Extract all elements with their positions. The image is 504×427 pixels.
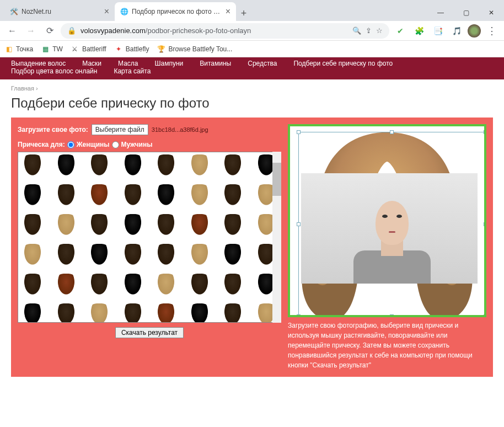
menu-button[interactable]: ⋮ <box>484 23 500 39</box>
site-nav: Выпадение волос Маски Масла Шампуни Вита… <box>0 57 504 79</box>
bookmark-item[interactable]: ⚔Battleriff <box>71 45 106 54</box>
back-button[interactable]: ← <box>4 23 20 39</box>
browser-titlebar: 🛠️ NozNet.ru × 🌐 Подбор причесок по фото… <box>0 0 504 21</box>
nav-link[interactable]: Подбери себе прическу по фото <box>293 60 393 67</box>
lock-icon: 🔒 <box>67 26 76 35</box>
bookmarks-bar: ◧Точка ▦TW ⚔Battleriff ✦Battlefly 🏆Brows… <box>0 41 504 57</box>
radio-male[interactable] <box>112 141 119 148</box>
right-column: Загрузите свою фотографию, выберите вид … <box>288 124 486 370</box>
nav-link[interactable]: Витамины <box>200 60 231 67</box>
nav-link[interactable]: Масла <box>118 60 138 67</box>
close-icon[interactable]: × <box>104 7 109 17</box>
scrollbar-thumb[interactable] <box>272 163 281 196</box>
tab-title: NozNet.ru <box>22 8 101 15</box>
gender-label: Прическа для: <box>18 141 65 148</box>
window-controls: — ▢ ✕ <box>428 4 504 21</box>
gender-row: Прическа для: Женщины Мужчины <box>18 141 281 148</box>
hair-grid-wrap <box>18 152 281 323</box>
tab-active[interactable]: 🌐 Подбор причесок по фото онла × <box>115 2 236 21</box>
breadcrumb-sep: › <box>36 85 38 92</box>
reload-button[interactable]: ⟳ <box>42 23 57 39</box>
main-panel: Загрузите свое фото: Выберите файл 31bc1… <box>11 118 493 377</box>
bookmark-item[interactable]: ✦Battlefly <box>114 45 149 54</box>
new-tab-button[interactable]: + <box>236 6 251 21</box>
nav-link[interactable]: Подбор цвета волос онлайн <box>11 67 97 75</box>
tab-strip: 🛠️ NozNet.ru × 🌐 Подбор причесок по фото… <box>0 2 251 21</box>
tab-title: Подбор причесок по фото онла <box>132 8 222 15</box>
search-icon[interactable]: 🔍 <box>352 26 361 35</box>
close-icon[interactable]: × <box>226 7 230 17</box>
bookmark-item[interactable]: ▦TW <box>41 45 63 54</box>
globe-icon: 🌐 <box>120 8 128 15</box>
radio-female[interactable] <box>67 141 74 148</box>
maximize-button[interactable]: ▢ <box>453 4 479 21</box>
instructions-text: Загрузите свою фотографию, выберите вид … <box>288 321 486 370</box>
grid-scrollbar[interactable] <box>272 152 281 323</box>
forward-button[interactable]: → <box>23 23 39 39</box>
close-window-button[interactable]: ✕ <box>479 4 504 21</box>
upload-row: Загрузите свое фото: Выберите файл 31bc1… <box>18 124 281 135</box>
nav-link[interactable]: Маски <box>82 60 101 67</box>
address-bar[interactable]: 🔒 volosvypadenie.com/podbor-prichesok-po… <box>61 23 389 39</box>
url-text: volosvypadenie.com/podbor-prichesok-po-f… <box>81 26 348 35</box>
filename-text: 31bc18d...a38f6d.jpg <box>152 126 208 133</box>
star-icon[interactable]: ☆ <box>376 26 383 35</box>
left-column: Загрузите свое фото: Выберите файл 31bc1… <box>18 124 281 370</box>
tab-inactive[interactable]: 🛠️ NozNet.ru × <box>4 2 115 21</box>
upload-label: Загрузите свое фото: <box>18 126 88 134</box>
tools-icon: 🛠️ <box>10 8 18 15</box>
preview-canvas[interactable] <box>288 124 486 317</box>
nav-link[interactable]: Шампуни <box>155 60 184 67</box>
bookmark-item[interactable]: ◧Точка <box>4 45 33 54</box>
breadcrumb-home[interactable]: Главная <box>11 85 34 92</box>
profile-avatar[interactable] <box>468 24 481 38</box>
minimize-button[interactable]: — <box>428 4 453 21</box>
nav-link[interactable]: Средства <box>248 60 277 67</box>
reading-list-icon[interactable]: 📑 <box>430 23 446 39</box>
male-label: Мужчины <box>121 141 153 148</box>
share-icon[interactable]: ⇪ <box>366 26 372 35</box>
breadcrumb: Главная › <box>0 79 504 94</box>
extension-icon[interactable]: ✔ <box>393 23 408 39</box>
hairstyle-grid[interactable] <box>18 152 281 323</box>
page-viewport: Выпадение волос Маски Масла Шампуни Вита… <box>0 57 504 427</box>
photo-face <box>376 201 409 245</box>
download-button[interactable]: Скачать результат <box>115 327 184 338</box>
extensions-button[interactable]: 🧩 <box>411 23 427 39</box>
page-title: Подбери себе прическу по фото <box>0 94 504 118</box>
bookmark-item[interactable]: 🏆Browse Battlefy Tou... <box>157 45 232 54</box>
nav-link[interactable]: Карта сайта <box>114 67 151 75</box>
file-choose-button[interactable]: Выберите файл <box>92 124 148 135</box>
browser-toolbar: ← → ⟳ 🔒 volosvypadenie.com/podbor-priche… <box>0 21 504 41</box>
female-label: Женщины <box>77 141 110 148</box>
media-icon[interactable]: 🎵 <box>449 23 464 39</box>
nav-link[interactable]: Выпадение волос <box>11 60 66 67</box>
